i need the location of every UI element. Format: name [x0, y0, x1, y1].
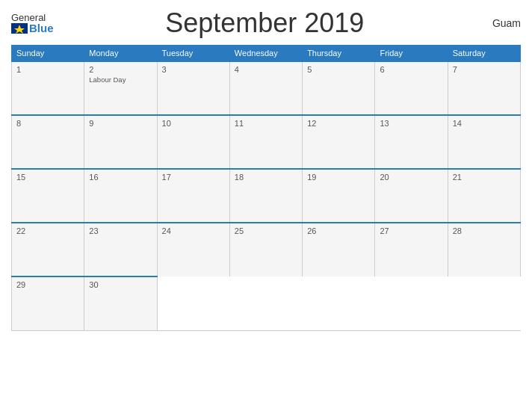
week-row-5: 2930: [12, 276, 521, 330]
calendar-cell: 15: [12, 169, 84, 223]
calendar-cell: [157, 276, 229, 330]
day-number: 20: [380, 173, 442, 182]
weekday-header-monday: Monday: [84, 46, 157, 62]
calendar-cell: [448, 276, 520, 330]
weekday-header-thursday: Thursday: [303, 46, 375, 62]
calendar-cell: 5: [303, 61, 375, 115]
day-number: 29: [16, 280, 79, 289]
calendar-cell: 20: [375, 169, 448, 223]
calendar-cell: 9: [84, 115, 157, 169]
calendar-cell: 16: [84, 169, 157, 223]
day-number: 17: [162, 173, 225, 182]
calendar-cell: 29: [12, 276, 84, 330]
calendar-cell: 12: [303, 115, 375, 169]
calendar-cell: 21: [448, 169, 520, 223]
calendar-region: Guam: [476, 17, 521, 29]
calendar-container: General Blue September 2019 Guam SundayM…: [0, 0, 532, 411]
day-number: 4: [235, 65, 297, 74]
day-number: 26: [307, 226, 370, 235]
day-number: 24: [162, 226, 225, 235]
day-number: 27: [380, 226, 442, 235]
day-number: 22: [16, 226, 79, 235]
calendar-title: September 2019: [54, 7, 476, 39]
day-number: 10: [162, 119, 225, 128]
day-number: 15: [16, 173, 79, 182]
calendar-cell: 13: [375, 115, 448, 169]
calendar-cell: 22: [12, 223, 84, 276]
calendar-cell: 1: [12, 61, 84, 115]
day-number: 12: [307, 119, 370, 128]
week-row-1: 12Labour Day34567: [12, 61, 521, 115]
weekday-header-wednesday: Wednesday: [229, 46, 302, 62]
day-number: 3: [162, 65, 225, 74]
day-number: 9: [89, 119, 152, 128]
calendar-cell: 11: [229, 115, 302, 169]
logo: General Blue: [11, 13, 54, 34]
day-number: 23: [89, 226, 152, 235]
day-number: 16: [89, 173, 152, 182]
calendar-cell: 19: [303, 169, 375, 223]
calendar-cell: 6: [375, 61, 448, 115]
calendar-cell: 26: [303, 223, 375, 276]
day-number: 21: [453, 173, 516, 182]
week-row-4: 22232425262728: [12, 223, 521, 276]
day-number: 25: [235, 226, 297, 235]
day-number: 19: [307, 173, 370, 182]
day-number: 28: [453, 226, 516, 235]
calendar-table: SundayMondayTuesdayWednesdayThursdayFrid…: [11, 45, 521, 331]
calendar-header: General Blue September 2019 Guam: [11, 7, 521, 39]
calendar-cell: 14: [448, 115, 520, 169]
calendar-cell: 8: [12, 115, 84, 169]
weekday-header-sunday: Sunday: [12, 46, 84, 62]
day-number: 5: [307, 65, 370, 74]
calendar-cell: [303, 276, 375, 330]
calendar-cell: 30: [84, 276, 157, 330]
logo-blue-row: Blue: [11, 22, 54, 34]
calendar-cell: 10: [157, 115, 229, 169]
calendar-cell: 23: [84, 223, 157, 276]
calendar-cell: 2Labour Day: [84, 61, 157, 115]
day-number: 30: [89, 280, 152, 289]
calendar-cell: 7: [448, 61, 520, 115]
calendar-cell: 28: [448, 223, 520, 276]
weekday-header-saturday: Saturday: [448, 46, 520, 62]
day-number: 6: [380, 65, 442, 74]
day-number: 8: [16, 119, 79, 128]
calendar-cell: 27: [375, 223, 448, 276]
calendar-cell: 3: [157, 61, 229, 115]
day-number: 2: [89, 65, 152, 74]
day-number: 13: [380, 119, 442, 128]
logo-flag-icon: [11, 23, 28, 34]
logo-blue-text: Blue: [29, 22, 54, 34]
calendar-cell: 18: [229, 169, 302, 223]
week-row-3: 15161718192021: [12, 169, 521, 223]
weekday-header-friday: Friday: [375, 46, 448, 62]
calendar-cell: 4: [229, 61, 302, 115]
weekday-header-row: SundayMondayTuesdayWednesdayThursdayFrid…: [12, 46, 521, 62]
calendar-cell: 25: [229, 223, 302, 276]
day-number: 1: [16, 65, 79, 74]
calendar-cell: [375, 276, 448, 330]
weekday-header-tuesday: Tuesday: [157, 46, 229, 62]
calendar-cell: [229, 276, 302, 330]
calendar-cell: 24: [157, 223, 229, 276]
day-number: 7: [453, 65, 516, 74]
calendar-cell: 17: [157, 169, 229, 223]
day-number: 14: [453, 119, 516, 128]
week-row-2: 891011121314: [12, 115, 521, 169]
holiday-label: Labour Day: [89, 75, 152, 84]
day-number: 18: [235, 173, 297, 182]
day-number: 11: [235, 119, 297, 128]
